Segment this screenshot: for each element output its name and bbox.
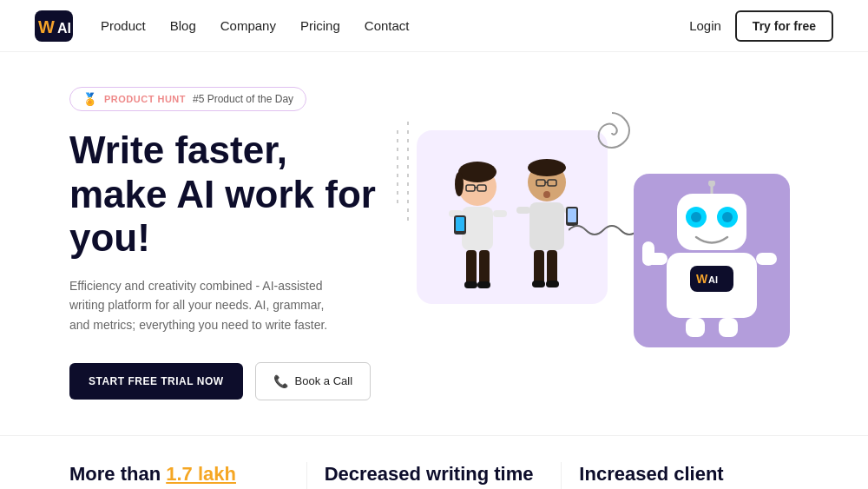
try-free-button[interactable]: Try for free xyxy=(735,10,833,42)
badge-text: #5 Product of the Day xyxy=(193,93,293,105)
hero-subtitle: Efficiency and creativity combined - AI-… xyxy=(69,276,347,334)
navbar: W AI Product Blog Company Pricing Contac… xyxy=(0,0,868,52)
stat-divider-1 xyxy=(306,462,307,489)
book-call-label: Book a Call xyxy=(295,374,352,387)
nav-company[interactable]: Company xyxy=(220,18,276,33)
book-call-button[interactable]: 📞 Book a Call xyxy=(255,362,371,400)
svg-rect-11 xyxy=(462,207,493,250)
svg-point-7 xyxy=(455,172,464,196)
nav-pricing[interactable]: Pricing xyxy=(300,18,340,33)
svg-rect-26 xyxy=(529,202,564,250)
stat-writing-time: Decreased writing time byover 104% for e… xyxy=(325,462,544,489)
svg-rect-34 xyxy=(546,281,559,287)
stat-divider-2 xyxy=(561,462,562,489)
svg-point-41 xyxy=(708,181,715,187)
hero-section: 🏅 PRODUCT HUNT #5 Product of the Day Wri… xyxy=(0,52,868,426)
logo[interactable]: W AI xyxy=(35,10,73,42)
svg-rect-32 xyxy=(547,250,557,285)
stat-words-text: More than 1.7 lakh wordsgenerated in 1 m… xyxy=(69,462,289,489)
nav-links: Product Blog Company Pricing Contact xyxy=(101,18,410,33)
svg-point-21 xyxy=(528,159,566,176)
robot-illustration: W AI xyxy=(634,174,790,347)
login-button[interactable]: Login xyxy=(689,18,721,33)
svg-point-25 xyxy=(543,191,550,198)
hero-content: 🏅 PRODUCT HUNT #5 Product of the Day Wri… xyxy=(69,87,376,400)
svg-rect-47 xyxy=(642,241,654,266)
svg-rect-17 xyxy=(479,250,490,285)
stat-satisfaction: Increased clientsatisfaction by over 82% xyxy=(579,462,799,489)
stat-writing-time-text: Decreased writing time byover 104% for e… xyxy=(325,462,544,489)
svg-text:W: W xyxy=(696,272,708,286)
stats-section: More than 1.7 lakh wordsgenerated in 1 m… xyxy=(0,435,868,489)
svg-rect-48 xyxy=(756,253,777,265)
svg-rect-31 xyxy=(534,250,544,285)
hero-title-line2: make AI work for xyxy=(69,173,376,215)
svg-rect-16 xyxy=(466,250,477,285)
deco-spiral xyxy=(590,109,634,152)
product-hunt-icon: 🏅 xyxy=(82,92,97,106)
nav-contact[interactable]: Contact xyxy=(365,18,410,33)
svg-rect-33 xyxy=(532,281,545,287)
svg-point-38 xyxy=(691,212,701,222)
start-trial-button[interactable]: START FREE TRIAL NOW xyxy=(69,363,243,400)
svg-rect-27 xyxy=(516,207,530,214)
stat-satisfaction-text: Increased clientsatisfaction by over 82% xyxy=(579,462,799,489)
phone-icon: 📞 xyxy=(273,374,288,388)
svg-point-6 xyxy=(458,162,496,182)
hero-title-line1: Write faster, xyxy=(69,129,287,171)
hero-title-line3: you! xyxy=(69,216,150,259)
nav-left: W AI Product Blog Company Pricing Contac… xyxy=(35,10,410,42)
hero-buttons: START FREE TRIAL NOW 📞 Book a Call xyxy=(69,362,376,400)
svg-point-39 xyxy=(722,212,733,222)
nav-blog[interactable]: Blog xyxy=(170,18,196,33)
nav-right: Login Try for free xyxy=(689,10,833,42)
svg-rect-13 xyxy=(493,210,507,217)
svg-text:AI: AI xyxy=(708,274,718,285)
svg-rect-50 xyxy=(719,318,738,337)
svg-text:AI: AI xyxy=(57,21,71,36)
svg-text:W: W xyxy=(38,17,55,36)
svg-rect-49 xyxy=(686,318,705,337)
hero-illustration: W AI xyxy=(382,104,799,382)
hero-title: Write faster, make AI work for you! xyxy=(69,129,376,261)
svg-rect-19 xyxy=(477,281,490,288)
product-hunt-badge: 🏅 PRODUCT HUNT #5 Product of the Day xyxy=(69,87,306,111)
svg-rect-15 xyxy=(456,217,464,231)
stat-words: More than 1.7 lakh wordsgenerated in 1 m… xyxy=(69,462,289,489)
stat-words-highlight: 1.7 lakh xyxy=(166,463,236,485)
badge-label: PRODUCT HUNT xyxy=(104,94,186,104)
nav-product[interactable]: Product xyxy=(101,18,146,33)
svg-rect-18 xyxy=(464,281,477,288)
